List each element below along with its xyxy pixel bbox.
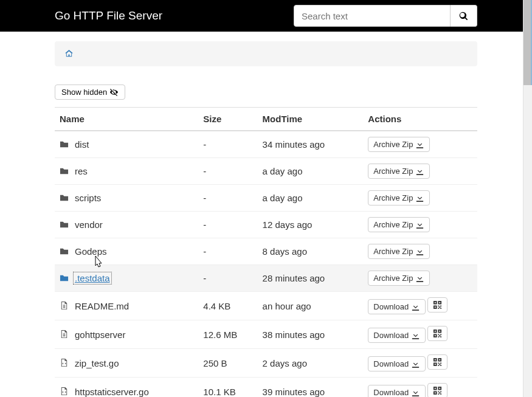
file-name-link[interactable]: httpstaticserver.go — [75, 387, 149, 397]
size-cell: - — [198, 238, 257, 265]
size-cell: - — [198, 185, 257, 212]
code-icon — [60, 386, 69, 397]
file-name-link[interactable]: gohttpserver — [75, 330, 125, 340]
modtime-cell: 28 minutes ago — [258, 265, 364, 292]
file-name-link[interactable]: zip_test.go — [75, 358, 119, 368]
file-name-link[interactable]: README.md — [75, 301, 129, 311]
table-row: zip_test.go 250 B 2 days ago Download — [55, 349, 477, 378]
eye-slash-icon — [109, 88, 119, 97]
table-row: vendor - 12 days ago Archive Zip — [55, 212, 477, 238]
scrollbar[interactable] — [523, 0, 532, 397]
qr-button[interactable] — [427, 326, 447, 341]
search-icon — [459, 12, 468, 21]
file-name-link[interactable]: dist — [75, 139, 89, 150]
breadcrumb — [55, 41, 477, 66]
modtime-cell: 8 days ago — [258, 238, 364, 265]
folder-icon — [60, 166, 69, 177]
home-link[interactable] — [64, 49, 74, 59]
file-name-link[interactable]: res — [75, 166, 88, 176]
col-header-modtime[interactable]: ModTime — [258, 108, 364, 131]
modtime-cell: an hour ago — [258, 292, 364, 320]
col-header-name[interactable]: Name — [55, 108, 198, 131]
modtime-cell: 2 days ago — [258, 349, 364, 378]
download-button[interactable]: Download — [368, 299, 426, 314]
file-name-link[interactable]: vendor — [75, 219, 103, 230]
archive-zip-button[interactable]: Archive Zip — [368, 190, 430, 205]
file-icon — [60, 300, 69, 311]
modtime-cell: 38 minutes ago — [258, 320, 364, 349]
table-row: res - a day ago Archive Zip — [55, 158, 477, 185]
col-header-actions: Actions — [363, 108, 477, 131]
qr-button[interactable] — [427, 354, 447, 370]
file-name-link[interactable]: Godeps — [75, 246, 107, 257]
size-cell: - — [198, 212, 257, 238]
qr-button[interactable] — [427, 383, 447, 397]
download-button[interactable]: Download — [368, 356, 426, 371]
modtime-cell: a day ago — [258, 185, 364, 212]
scrollbar-thumb[interactable] — [523, 0, 532, 85]
show-hidden-button[interactable]: Show hidden — [55, 85, 125, 100]
file-name-link[interactable]: scripts — [75, 193, 101, 203]
folder-icon — [60, 219, 69, 230]
download-button[interactable]: Download — [368, 328, 426, 343]
archive-zip-button[interactable]: Archive Zip — [368, 137, 430, 152]
size-cell: 10.1 KB — [198, 378, 257, 398]
search-input[interactable] — [294, 5, 451, 27]
table-row: Godeps - 8 days ago Archive Zip — [55, 238, 477, 265]
file-name-link[interactable]: .testdata — [75, 273, 112, 283]
folder-icon — [60, 139, 69, 150]
folder-icon — [60, 246, 69, 257]
archive-zip-button[interactable]: Archive Zip — [368, 271, 430, 286]
size-cell: - — [198, 158, 257, 185]
archive-zip-button[interactable]: Archive Zip — [368, 244, 430, 259]
size-cell: 4.4 KB — [198, 292, 257, 320]
size-cell: - — [198, 265, 257, 292]
table-row: .testdata - 28 minutes ago Archive Zip — [55, 265, 477, 292]
folder-icon — [60, 193, 69, 204]
size-cell: 12.6 MB — [198, 320, 257, 349]
code-icon — [60, 357, 69, 368]
table-row: httpstaticserver.go 10.1 KB 39 minutes a… — [55, 378, 477, 398]
modtime-cell: 12 days ago — [258, 212, 364, 238]
home-icon — [64, 49, 74, 58]
download-button[interactable]: Download — [368, 385, 426, 397]
size-cell: 250 B — [198, 349, 257, 378]
file-icon — [60, 329, 69, 340]
size-cell: - — [198, 131, 257, 158]
modtime-cell: 34 minutes ago — [258, 131, 364, 158]
show-hidden-label: Show hidden — [61, 88, 107, 97]
col-header-size[interactable]: Size — [198, 108, 257, 131]
table-row: gohttpserver 12.6 MB 38 minutes ago Down… — [55, 320, 477, 349]
search-button[interactable] — [451, 5, 477, 27]
table-row: README.md 4.4 KB an hour ago Download — [55, 292, 477, 320]
modtime-cell: 39 minutes ago — [258, 378, 364, 398]
table-row: dist - 34 minutes ago Archive Zip — [55, 131, 477, 158]
modtime-cell: a day ago — [258, 158, 364, 185]
app-title: Go HTTP File Server — [55, 9, 162, 22]
archive-zip-button[interactable]: Archive Zip — [368, 164, 430, 179]
qr-button[interactable] — [427, 297, 447, 312]
file-table: Name Size ModTime Actions dist - 34 minu… — [55, 107, 477, 397]
folder-icon — [60, 273, 69, 284]
table-row: scripts - a day ago Archive Zip — [55, 185, 477, 212]
archive-zip-button[interactable]: Archive Zip — [368, 217, 430, 232]
